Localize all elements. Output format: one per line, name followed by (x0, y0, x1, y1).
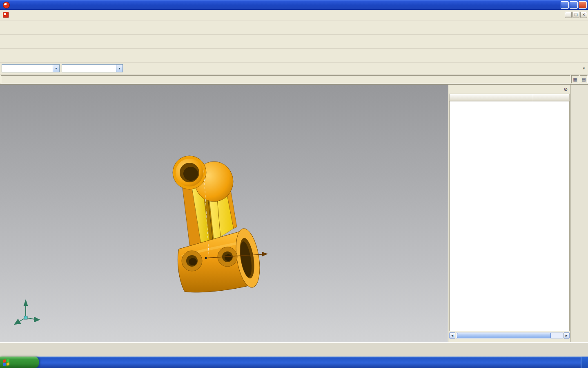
part-navigator-panel: ⊙ ◀ ▶ (448, 85, 570, 342)
prompt-message (1, 75, 570, 83)
cue-table-icon[interactable]: ▤ (580, 75, 588, 83)
chevron-down-icon[interactable]: ▼ (116, 65, 122, 72)
navigator-tree (449, 101, 570, 331)
mdi-restore-button[interactable]: ❏ (572, 12, 579, 18)
nx-application-window: — ❏ ✕ ▼ ▼ ▼ ▦ ▤ (0, 0, 588, 368)
feature-toolbar (0, 35, 588, 49)
system-tray (581, 357, 588, 368)
windows-logo-icon (3, 359, 10, 366)
cue-bar: ▦ ▤ (0, 74, 588, 85)
toolbar-overflow-icon[interactable]: ▼ (582, 67, 586, 70)
mdi-minimize-button[interactable]: — (565, 12, 572, 18)
cue-grid-icon[interactable]: ▦ (571, 75, 579, 83)
standard-toolbar (0, 20, 588, 35)
scroll-right-icon[interactable]: ▶ (564, 332, 570, 339)
column-header-note[interactable] (533, 94, 569, 101)
selection-bar: ▼ ▼ ▼ (0, 63, 588, 74)
model-3d[interactable] (0, 85, 448, 342)
windows-taskbar (0, 357, 588, 368)
scrollbar-thumb[interactable] (457, 333, 551, 338)
chevron-down-icon[interactable]: ▼ (53, 65, 59, 72)
sketch-toolbar (0, 342, 588, 357)
navigator-column-headers (449, 94, 570, 101)
resource-bar (570, 85, 588, 342)
minimize-button[interactable] (561, 1, 569, 9)
model-boss[interactable] (173, 156, 233, 202)
view-utility-toolbar (0, 49, 588, 63)
column-divider (533, 101, 533, 331)
restore-button[interactable] (570, 1, 578, 9)
graphics-window[interactable] (0, 85, 448, 342)
nx-logo-icon (3, 2, 10, 9)
close-button[interactable] (579, 1, 587, 9)
child-window-icon (3, 12, 9, 18)
pin-icon[interactable]: ⊙ (564, 87, 568, 92)
type-filter-select[interactable]: ▼ (2, 64, 60, 72)
wcs-triad[interactable] (15, 301, 39, 324)
title-bar (0, 0, 588, 10)
start-button[interactable] (0, 357, 39, 368)
menu-bar: — ❏ ✕ (0, 10, 588, 20)
scroll-left-icon[interactable]: ◀ (449, 332, 455, 339)
column-header-name[interactable] (450, 94, 533, 101)
horizontal-scrollbar[interactable]: ◀ ▶ (449, 332, 570, 339)
selection-scope-select[interactable]: ▼ (62, 64, 123, 72)
mdi-close-button[interactable]: ✕ (580, 12, 587, 18)
